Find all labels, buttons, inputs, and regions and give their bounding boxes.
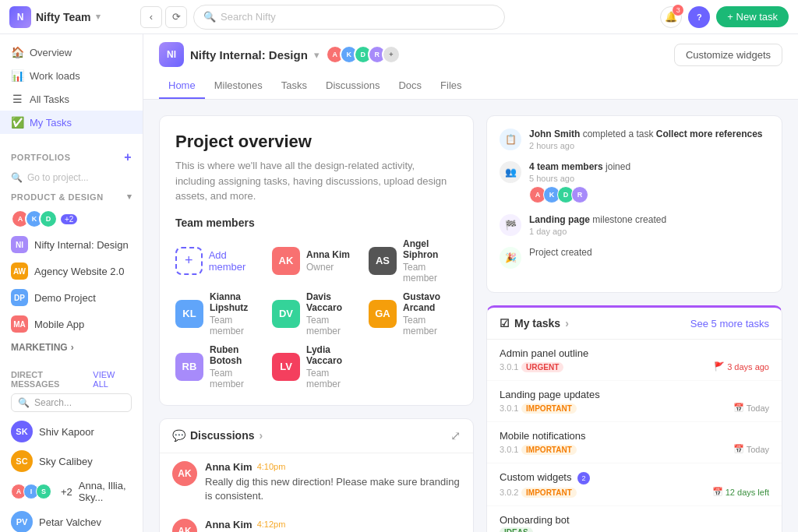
notification-button[interactable]: 🔔 3 [660, 6, 682, 28]
dm-label: DIRECT MESSAGES [11, 370, 93, 389]
tab-files[interactable]: Files [431, 73, 471, 99]
activity-time-1: 2 hours ago [529, 141, 762, 150]
team-role-davis: Team member [306, 315, 361, 336]
goto-project[interactable]: 🔍 Go to project... [0, 168, 143, 187]
dm-user-petar[interactable]: PV Petar Valchev [11, 507, 132, 532]
team-name-lydia: Lydia Vaccaro [306, 344, 361, 366]
task-name-onboarding: Onboarding bot [500, 514, 769, 526]
sidebar-item-workloads[interactable]: 📊 Work loads [0, 64, 143, 87]
sidebar-item-overview[interactable]: 🏠 Overview [0, 41, 143, 64]
activity-time-2: 5 hours ago [529, 174, 630, 183]
sidebar-project-mobile[interactable]: MA Mobile App [0, 311, 143, 337]
main-content: NI Nifty Internal: Design ▾ A K D R + Cu… [143, 34, 798, 532]
dm-user-shiv[interactable]: SK Shiv Kapoor [11, 417, 132, 446]
sidebar-label-all-tasks: All Tasks [30, 93, 69, 105]
task-name-custom-widgets: Custom widgets 2 [500, 471, 769, 484]
tab-discussions[interactable]: Discussions [316, 73, 389, 99]
disc-name-anna-2: Anna Kim [205, 519, 252, 530]
sidebar-project-nifty[interactable]: NI Nifty Internal: Design [0, 231, 143, 258]
customize-widgets-button[interactable]: Customize widgets [674, 44, 782, 66]
project-icon-demo: DP [11, 289, 28, 306]
tasks-icon: ☑ [500, 317, 510, 329]
task-date-admin: 🚩 3 days ago [714, 361, 769, 372]
team-member-ruben: RB Ruben Botosh Team member [175, 344, 264, 389]
activity-actor-2: 4 team members [529, 161, 603, 172]
forward-button[interactable]: ⟳ [165, 6, 187, 28]
activity-item-4: 🎉 Project created [500, 247, 769, 269]
task-sub-admin: 3.0.1 [500, 362, 518, 372]
team-name-angel: Angel Siphron [403, 238, 457, 260]
task-sub-mobile: 3.0.1 [500, 445, 518, 454]
view-all-dm-button[interactable]: View all [93, 370, 132, 389]
task-sub-custom: 3.0.2 [500, 488, 518, 497]
overview-icon: 🏠 [11, 46, 23, 58]
topbar-right: 🔔 3 ? + New task [660, 6, 789, 28]
task-item-mobile[interactable]: Mobile notifications 3.0.1 IMPORTANT 📅 T… [487, 422, 782, 463]
team-role-kianna: Team member [210, 315, 264, 336]
notification-badge: 3 [673, 5, 683, 16]
team-members-grid: + Add member AK Anna Kim Owner AS [175, 238, 457, 389]
app-logo[interactable]: N Nifty Team ▾ [9, 6, 134, 28]
search-icon-small: 🔍 [11, 172, 23, 183]
user-avatar[interactable]: ? [688, 6, 710, 28]
task-item-landing[interactable]: Landing page updates 3.0.1 IMPORTANT 📅 T… [487, 381, 782, 422]
marketing-chevron: › [71, 342, 74, 353]
sidebar-label-workloads: Work loads [30, 70, 80, 82]
activity-text-4: Project created [529, 247, 592, 258]
activity-item-2: 👥 4 team members joined 5 hours ago A K … [500, 161, 769, 203]
tab-tasks[interactable]: Tasks [272, 73, 316, 99]
discussion-message-2: AK Anna Kim 4:12pm Exactly my thoughts. [160, 511, 473, 532]
task-name-landing: Landing page updates [500, 389, 769, 400]
dm-user-sky[interactable]: SC Sky Calibey [11, 446, 132, 476]
tab-docs[interactable]: Docs [389, 73, 431, 99]
overview-description: This is where we'll have all the design-… [175, 158, 457, 204]
new-task-button[interactable]: + New task [716, 6, 789, 27]
main-layout: 🏠 Overview 📊 Work loads ☰ All Tasks ✅ My… [0, 34, 798, 532]
portfolios-label: PORTFOLIOS [11, 153, 71, 162]
back-button[interactable]: ‹ [140, 6, 162, 28]
logo-icon: N [9, 6, 31, 28]
project-icon-agency: AW [11, 262, 28, 280]
sidebar-project-agency[interactable]: AW Agency Website 2.0 [0, 258, 143, 284]
marketing-label: MARKETING [11, 342, 68, 353]
marketing-section-header[interactable]: MARKETING › [0, 337, 143, 358]
product-design-header[interactable]: PRODUCT & DESIGN ▾ [0, 187, 143, 206]
tab-milestones[interactable]: Milestones [205, 73, 272, 99]
dm-user-group[interactable]: A I S +2 Anna, Illia, Sky... [11, 476, 132, 507]
global-search[interactable]: 🔍 Search Nifty [193, 5, 505, 30]
task-meta-admin: 3.0.1 URGENT 🚩 3 days ago [500, 361, 769, 372]
sidebar-item-all-tasks[interactable]: ☰ All Tasks [0, 87, 143, 111]
activity-text-2: joined [606, 161, 630, 172]
activity-icon-1: 📋 [500, 129, 521, 150]
direct-messages-section: DIRECT MESSAGES View all 🔍 Search... SK … [0, 364, 143, 532]
task-name-admin: Admin panel outline [500, 347, 769, 359]
see-more-tasks-button[interactable]: See 5 more tasks [690, 318, 769, 329]
tab-home[interactable]: Home [159, 73, 205, 99]
discussions-title: 💬 Discussions › [172, 429, 263, 442]
member-count: + [382, 45, 401, 64]
team-member-gustavo: GA Gustavo Arcand Team member [369, 291, 457, 336]
team-name-kianna: Kianna Lipshutz [210, 291, 264, 313]
overview-title: Project overview [175, 132, 457, 152]
dm-search-icon: 🔍 [18, 397, 30, 408]
task-item-custom-widgets[interactable]: Custom widgets 2 3.0.2 IMPORTANT 📅 12 da… [487, 463, 782, 506]
team-avatar-ruben: RB [175, 353, 203, 381]
team-avatar-angel: AS [369, 247, 397, 275]
logo-chevron: ▾ [96, 12, 101, 22]
task-item-onboarding[interactable]: Onboarding bot IDEAS [487, 506, 782, 532]
sidebar-project-demo[interactable]: DP Demo Project [0, 284, 143, 311]
add-portfolio-button[interactable]: + [124, 151, 132, 164]
topbar: N Nifty Team ▾ ‹ ⟳ 🔍 Search Nifty 🔔 3 ? … [0, 0, 798, 34]
dm-search-input[interactable]: 🔍 Search... [11, 393, 132, 412]
add-member[interactable]: + Add member [175, 238, 264, 284]
discussions-expand-icon[interactable]: ⤢ [450, 428, 461, 443]
dm-group-badge: +2 [61, 486, 72, 498]
activity-text-1: completed a task [583, 129, 656, 139]
disc-time-anna-1: 4:10pm [257, 462, 286, 471]
task-item-admin[interactable]: Admin panel outline 3.0.1 URGENT 🚩 3 day… [487, 340, 782, 381]
content-left: Project overview This is where we'll hav… [159, 115, 474, 532]
team-name-anna: Anna Kim [306, 249, 350, 260]
team-role-angel: Team member [403, 262, 457, 284]
disc-time-anna-2: 4:12pm [257, 520, 286, 529]
sidebar-item-my-tasks[interactable]: ✅ My Tasks [0, 111, 143, 134]
